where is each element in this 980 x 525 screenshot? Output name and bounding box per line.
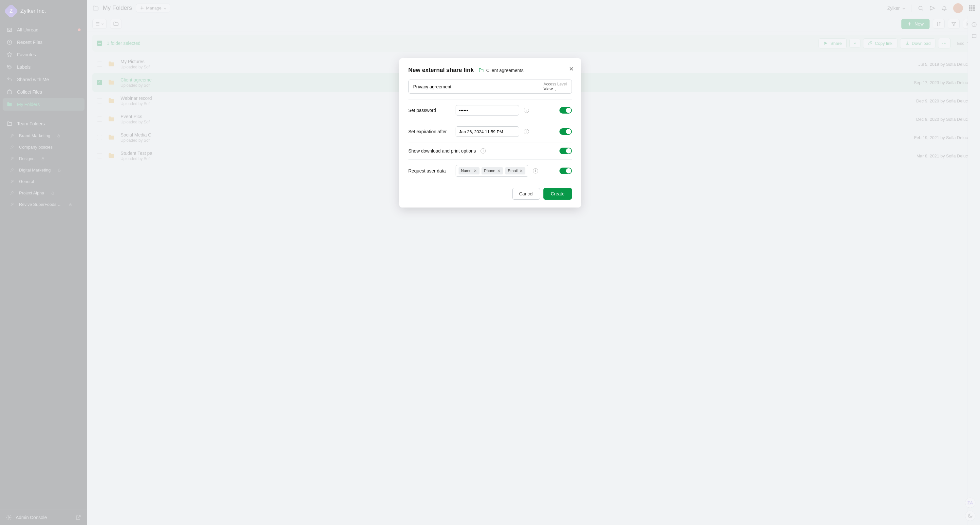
expiration-info-icon[interactable]: i (524, 129, 529, 134)
chip-remove-icon[interactable]: ✕ (474, 168, 477, 173)
userdata-toggle[interactable] (560, 168, 572, 174)
password-row: Set password i (409, 100, 572, 121)
modal-title: New external share link (409, 67, 474, 74)
password-toggle[interactable] (560, 107, 572, 114)
modal-header: New external share link Client agreement… (409, 67, 572, 74)
modal-close-button[interactable]: ✕ (569, 65, 574, 73)
download-toggle[interactable] (560, 148, 572, 154)
password-input[interactable] (459, 108, 514, 113)
download-label: Show download and print options (409, 148, 476, 154)
create-button[interactable]: Create (543, 188, 571, 200)
expiration-toggle[interactable] (560, 128, 572, 135)
folder-green-icon (479, 68, 484, 73)
expiration-row: Set expiration after i (409, 121, 572, 142)
download-info-icon[interactable]: i (480, 148, 486, 154)
cancel-button[interactable]: Cancel (512, 188, 541, 200)
access-value: View (544, 86, 567, 91)
download-row: Show download and print options i (409, 142, 572, 159)
link-name-input[interactable] (409, 80, 539, 93)
chip-remove-icon[interactable]: ✕ (519, 168, 523, 173)
userdata-info-icon[interactable]: i (533, 168, 538, 173)
chip-email: Email✕ (505, 167, 525, 174)
userdata-label: Request user data (409, 168, 451, 173)
modal-overlay: New external share link Client agreement… (0, 0, 980, 525)
chip-phone: Phone✕ (482, 167, 503, 174)
userdata-row: Request user data Name✕ Phone✕ Email✕ i (409, 159, 572, 182)
chip-remove-icon[interactable]: ✕ (497, 168, 501, 173)
modal-folder-ref: Client agreements (479, 68, 524, 73)
access-label: Access Level (544, 82, 567, 86)
chevron-down-icon (555, 88, 557, 90)
modal-folder-name: Client agreements (487, 68, 524, 73)
expiration-input-wrap (456, 126, 519, 137)
modal-actions: Cancel Create (409, 188, 572, 200)
expiration-input[interactable] (459, 129, 514, 134)
chip-name: Name✕ (458, 167, 479, 174)
expiration-label: Set expiration after (409, 129, 451, 134)
access-level-select[interactable]: Access Level View (539, 80, 571, 93)
password-info-icon[interactable]: i (524, 108, 529, 113)
password-label: Set password (409, 108, 451, 113)
link-name-row: Access Level View (409, 79, 572, 94)
share-link-modal: New external share link Client agreement… (399, 58, 581, 208)
userdata-chips[interactable]: Name✕ Phone✕ Email✕ (456, 165, 529, 177)
password-input-wrap (456, 105, 519, 116)
